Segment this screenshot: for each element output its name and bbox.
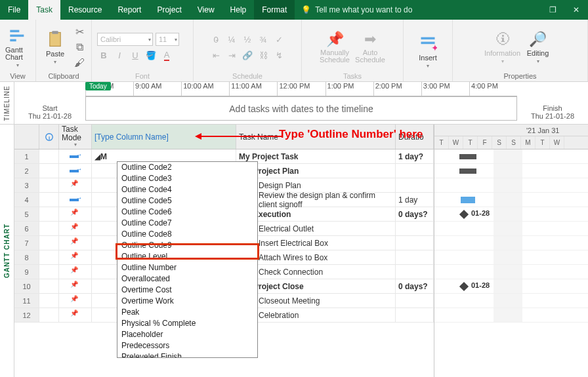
- row-number[interactable]: 12: [14, 308, 39, 322]
- tab-report[interactable]: Report: [110, 0, 149, 20]
- row-duration[interactable]: 0 days?: [396, 279, 434, 293]
- auto-schedule-button[interactable]: ➡ Auto Schedule: [354, 26, 386, 68]
- gantt-row[interactable]: [434, 149, 588, 164]
- row-number[interactable]: 2: [14, 164, 39, 178]
- row-task-name[interactable]: Closeout Meeting: [236, 294, 396, 308]
- row-info[interactable]: [39, 265, 59, 279]
- tab-project[interactable]: Project: [149, 0, 189, 20]
- editing-button[interactable]: 🔎 Editing ▾: [522, 26, 554, 68]
- new-column-header[interactable]: [Type Column Name]: [92, 125, 236, 149]
- row-duration[interactable]: [396, 236, 434, 250]
- manually-schedule-button[interactable]: 📌 Manually Schedule: [319, 26, 350, 68]
- row-duration[interactable]: 1 day?: [396, 149, 434, 163]
- gantt-chart-button[interactable]: Gantt Chart ▾: [5, 26, 30, 68]
- row-number[interactable]: 1: [14, 149, 39, 163]
- gantt-row[interactable]: [434, 236, 588, 250]
- row-info[interactable]: [39, 222, 59, 235]
- cut-icon[interactable]: ✂: [73, 25, 86, 38]
- dropdown-item[interactable]: Outline Code2: [117, 162, 257, 173]
- paste-button[interactable]: Paste ▾: [41, 26, 69, 68]
- row-number-header[interactable]: [14, 125, 39, 149]
- dropdown-item[interactable]: Outline Number: [117, 262, 257, 273]
- row-info[interactable]: [39, 250, 59, 264]
- row-task-name[interactable]: Execution: [236, 207, 396, 221]
- gantt-row[interactable]: 01-28: [434, 279, 588, 294]
- row-info[interactable]: [39, 236, 59, 250]
- window-close-icon[interactable]: ✕: [564, 0, 588, 20]
- row-task-mode[interactable]: [59, 164, 92, 178]
- row-task-name[interactable]: Celebration: [236, 308, 396, 322]
- dropdown-item[interactable]: Outline Code7: [117, 218, 257, 229]
- font-size-select[interactable]: 11: [156, 33, 179, 46]
- row-duration[interactable]: [396, 250, 434, 264]
- dropdown-item[interactable]: Placeholder: [117, 329, 257, 340]
- row-duration[interactable]: [396, 294, 434, 308]
- dropdown-item[interactable]: Predecessors: [117, 340, 257, 351]
- task-mode-header[interactable]: Task Mode▾: [59, 125, 92, 149]
- row-info[interactable]: [39, 193, 59, 207]
- dropdown-item[interactable]: Overallocated: [117, 273, 257, 285]
- percent-0-button[interactable]: 0̵: [209, 33, 222, 46]
- row-task-name[interactable]: My Project Task: [236, 149, 396, 163]
- row-duration[interactable]: 0 days?: [396, 207, 434, 221]
- gantt-rows[interactable]: 01-2801-28: [434, 149, 588, 323]
- dropdown-item[interactable]: Outline Code6: [117, 207, 257, 218]
- row-number[interactable]: 4: [14, 193, 39, 207]
- row-info[interactable]: [39, 279, 59, 293]
- unlink-button[interactable]: ⛓: [257, 49, 270, 62]
- percent-25-button[interactable]: ¼: [225, 33, 238, 46]
- row-number[interactable]: 3: [14, 178, 39, 192]
- row-duration[interactable]: [396, 164, 434, 178]
- font-family-select[interactable]: Calibri: [97, 33, 153, 46]
- outdent-button[interactable]: ⇤: [209, 49, 222, 62]
- dropdown-item[interactable]: Overtime Work: [117, 296, 257, 307]
- italic-button[interactable]: I: [113, 49, 126, 62]
- gantt-row[interactable]: [434, 308, 588, 323]
- row-number[interactable]: 6: [14, 222, 39, 235]
- row-duration[interactable]: 1 day: [396, 193, 434, 207]
- percent-75-button[interactable]: ¾: [257, 33, 270, 46]
- tab-resource[interactable]: Resource: [60, 0, 110, 20]
- dropdown-item[interactable]: Preleveled Finish: [117, 351, 257, 358]
- dropdown-item[interactable]: Peak: [117, 307, 257, 318]
- row-number[interactable]: 11: [14, 294, 39, 308]
- row-task-mode[interactable]: [59, 222, 92, 235]
- row-number[interactable]: 7: [14, 236, 39, 250]
- row-task-mode[interactable]: [59, 279, 92, 293]
- dropdown-item[interactable]: Outline Code9: [117, 240, 257, 251]
- row-info[interactable]: [39, 294, 59, 308]
- row-task-name[interactable]: Insert Electrical Box: [236, 236, 396, 250]
- info-column-header[interactable]: i: [39, 125, 59, 149]
- row-info[interactable]: [39, 178, 59, 192]
- tab-format[interactable]: Format: [254, 0, 295, 20]
- task-name-header[interactable]: Task Name: [236, 125, 396, 149]
- bold-button[interactable]: B: [97, 49, 110, 62]
- row-duration[interactable]: [396, 265, 434, 279]
- row-duration[interactable]: [396, 308, 434, 322]
- row-task-mode[interactable]: [59, 193, 92, 207]
- column-name-dropdown[interactable]: Outline Code2Outline Code3Outline Code4O…: [117, 161, 258, 358]
- dropdown-item[interactable]: Outline Code3: [117, 173, 257, 184]
- gantt-row[interactable]: [434, 265, 588, 279]
- dropdown-item[interactable]: Overtime Cost: [117, 285, 257, 296]
- gantt-row[interactable]: [434, 294, 588, 308]
- dropdown-item[interactable]: Outline Code4: [117, 184, 257, 195]
- row-number[interactable]: 10: [14, 279, 39, 293]
- fill-color-button[interactable]: 🪣: [144, 49, 158, 62]
- respect-links-button[interactable]: ↯: [272, 49, 285, 62]
- gantt-row[interactable]: [434, 222, 588, 236]
- underline-button[interactable]: U: [129, 49, 142, 62]
- row-task-name[interactable]: Electrical Outlet: [236, 222, 396, 235]
- tab-help[interactable]: Help: [222, 0, 255, 20]
- row-task-mode[interactable]: [59, 250, 92, 264]
- row-info[interactable]: [39, 308, 59, 322]
- insert-button[interactable]: ✦ Insert ▾: [412, 30, 444, 72]
- gantt-row[interactable]: [434, 193, 588, 207]
- row-task-mode[interactable]: [59, 294, 92, 308]
- gantt-side-tab[interactable]: GANTT CHART: [0, 125, 14, 377]
- indent-button[interactable]: ⇥: [225, 49, 238, 62]
- row-task-mode[interactable]: [59, 149, 92, 163]
- gantt-row[interactable]: [434, 178, 588, 193]
- dropdown-item[interactable]: Physical % Complete: [117, 318, 257, 329]
- tell-me-search[interactable]: 💡 Tell me what you want to do: [295, 0, 419, 20]
